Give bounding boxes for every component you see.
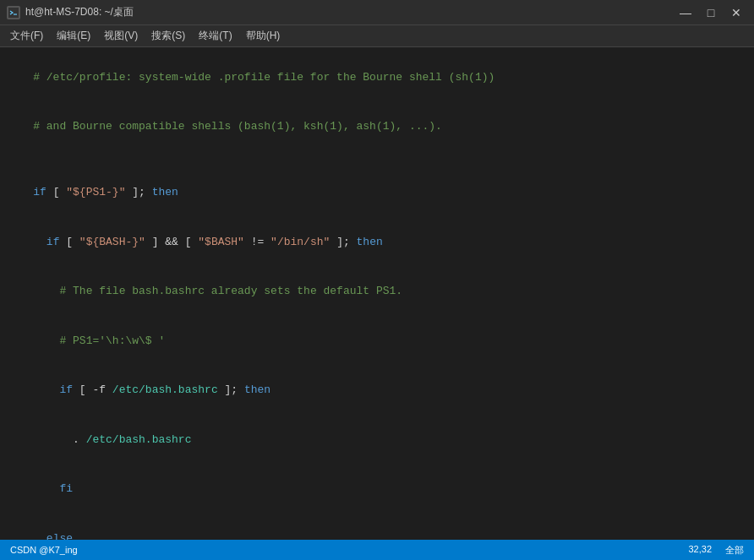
watermark-text: CSDN @K7_ing	[10, 545, 78, 555]
code-line-1: # /etc/profile: system-wide .profile fil…	[7, 52, 747, 102]
status-mode: 全部	[725, 544, 744, 557]
code-line-9: fi	[7, 465, 747, 514]
minimize-button[interactable]: —	[675, 4, 697, 21]
menu-view[interactable]: 视图(V)	[97, 27, 145, 45]
code-line-5: # The file bash.bashrc already sets the …	[7, 267, 747, 317]
menu-terminal[interactable]: 终端(T)	[192, 27, 238, 45]
code-line-7: if [ -f /etc/bash.bashrc ]; then	[7, 366, 747, 416]
maximize-button[interactable]: □	[700, 4, 722, 21]
status-bar: CSDN @K7_ing 32,32 全部	[0, 540, 754, 560]
menu-file[interactable]: 文件(F)	[3, 27, 50, 45]
menu-edit[interactable]: 编辑(E)	[50, 27, 97, 45]
title-bar-left: ht@ht-MS-7D08: ~/桌面	[7, 5, 134, 19]
menu-help[interactable]: 帮助(H)	[239, 27, 287, 45]
status-right: 32,32 全部	[688, 544, 744, 557]
terminal-icon	[7, 6, 20, 19]
code-line-3: if [ "${PS1-}" ]; then	[7, 168, 747, 218]
terminal-content[interactable]: # /etc/profile: system-wide .profile fil…	[0, 47, 754, 540]
cursor-position: 32,32	[688, 544, 712, 557]
code-line-2: # and Bourne compatible shells (bash(1),…	[7, 102, 747, 152]
code-line-4: if [ "${BASH-}" ] && [ "$BASH" != "/bin/…	[7, 217, 747, 267]
window-controls[interactable]: — □ ✕	[675, 4, 747, 21]
close-button[interactable]: ✕	[725, 4, 747, 21]
menu-search[interactable]: 搜索(S)	[145, 27, 192, 45]
status-watermark: CSDN @K7_ing	[10, 545, 78, 555]
code-line-blank1	[7, 151, 747, 168]
title-bar: ht@ht-MS-7D08: ~/桌面 — □ ✕	[0, 0, 754, 25]
code-line-8: . /etc/bash.bashrc	[7, 415, 747, 465]
window-title: ht@ht-MS-7D08: ~/桌面	[25, 5, 134, 19]
code-line-10: else	[7, 514, 747, 540]
code-line-6: # PS1='\h:\w\$ '	[7, 316, 747, 366]
menu-bar: 文件(F) 编辑(E) 视图(V) 搜索(S) 终端(T) 帮助(H)	[0, 25, 754, 47]
